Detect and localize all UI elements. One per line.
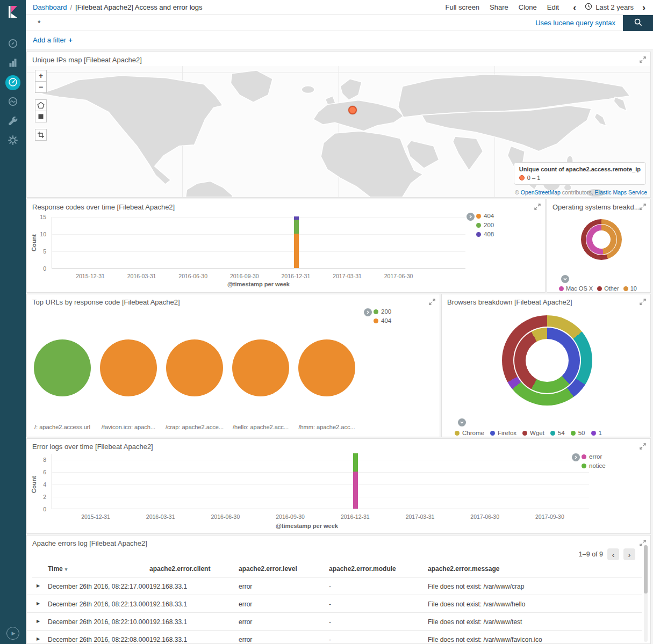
- legend-item-notice[interactable]: notice: [582, 462, 606, 469]
- pie-slice-404[interactable]: [232, 339, 289, 396]
- legend-label: Mac OS X: [566, 285, 593, 292]
- draw-rectangle-button[interactable]: [35, 111, 47, 122]
- time-picker[interactable]: Last 2 years: [585, 3, 634, 12]
- legend-toggle-icon[interactable]: [561, 275, 569, 283]
- pie-slice-404[interactable]: [100, 339, 157, 396]
- bar-segment-notice[interactable]: [353, 453, 358, 472]
- legend-item-Chrome[interactable]: Chrome: [455, 430, 484, 436]
- row-expand-icon[interactable]: ▶: [37, 601, 40, 606]
- y-axis: 151050: [27, 217, 49, 269]
- sidebar-item-dashboard[interactable]: [5, 75, 20, 90]
- row-expand-icon[interactable]: ▶: [37, 636, 40, 641]
- edit-button[interactable]: Edit: [547, 3, 559, 11]
- legend-item-404[interactable]: 404: [374, 317, 391, 324]
- legend-label: error: [589, 453, 602, 460]
- zoom-in-button[interactable]: +: [35, 70, 47, 82]
- gridline: [52, 460, 589, 460]
- sidebar-item-visualize[interactable]: [5, 56, 20, 71]
- zoom-out-button[interactable]: −: [35, 81, 47, 93]
- expand-panel-icon[interactable]: [640, 540, 646, 546]
- openstreetmap-link[interactable]: OpenStreetMap: [521, 189, 561, 196]
- expand-panel-icon[interactable]: [640, 299, 646, 305]
- legend-swatch: [591, 431, 596, 436]
- legend-item-200[interactable]: 200: [374, 308, 391, 315]
- legend-toggle-icon[interactable]: [467, 213, 475, 221]
- legend-swatch: [597, 286, 602, 291]
- bar-segment-error[interactable]: [353, 472, 358, 509]
- pie-slice-404[interactable]: [298, 339, 355, 396]
- legend-item-10[interactable]: 10: [623, 285, 637, 292]
- legend-item-200[interactable]: 200: [476, 222, 494, 228]
- x-tick-label: 2016-03-31: [146, 513, 175, 520]
- expand-panel-icon[interactable]: [534, 204, 541, 210]
- column-header-apache2.error.level[interactable]: apache2.error.level: [239, 565, 297, 573]
- full-screen-button[interactable]: Full screen: [446, 3, 480, 11]
- prev-page-button[interactable]: ‹: [607, 548, 619, 560]
- next-page-button[interactable]: ›: [623, 548, 635, 560]
- pie-slice-404[interactable]: [166, 339, 223, 396]
- column-header-apache2.error.client[interactable]: apache2.error.client: [149, 565, 210, 573]
- stacked-bar-2016-12-31[interactable]: [353, 453, 358, 509]
- stacked-bar-2016-12-31[interactable]: [294, 216, 299, 268]
- expand-panel-icon[interactable]: [429, 299, 435, 305]
- search-button[interactable]: [623, 15, 653, 31]
- bar-segment-404[interactable]: [294, 234, 299, 268]
- row-expand-icon[interactable]: ▶: [37, 583, 40, 588]
- legend-item-Mac OS X[interactable]: Mac OS X: [559, 285, 593, 292]
- os-donut-chart[interactable]: [581, 219, 622, 260]
- legend-item-error[interactable]: error: [582, 453, 606, 460]
- add-filter-button[interactable]: Add a filter+: [33, 36, 73, 44]
- sidebar-item-dev-tools[interactable]: [5, 114, 20, 129]
- clone-button[interactable]: Clone: [519, 3, 537, 11]
- geo-point-marker[interactable]: [348, 106, 357, 114]
- column-header-apache2.error.message[interactable]: apache2.error.message: [428, 565, 499, 573]
- browsers-donut-chart[interactable]: [502, 315, 592, 406]
- map-canvas[interactable]: + −: [27, 66, 650, 197]
- search-query-input[interactable]: [26, 15, 535, 31]
- fit-data-bounds-button[interactable]: [35, 129, 47, 141]
- sidebar-item-discover[interactable]: [5, 37, 20, 52]
- time-prev-icon[interactable]: ‹: [573, 3, 576, 12]
- scrollbar-thumb[interactable]: [644, 545, 648, 594]
- draw-polygon-button[interactable]: [35, 99, 47, 111]
- bar-segment-200[interactable]: [294, 220, 299, 234]
- expand-panel-icon[interactable]: [640, 204, 646, 210]
- legend-item-Wget[interactable]: Wget: [522, 430, 544, 436]
- elastic-maps-service-link[interactable]: Elastic Maps Service: [595, 189, 647, 196]
- bar-chart-plot: [52, 454, 589, 509]
- share-button[interactable]: Share: [490, 3, 508, 11]
- legend-item-1[interactable]: 1: [591, 430, 602, 436]
- column-header-apache2.error.module[interactable]: apache2.error.module: [329, 565, 396, 573]
- legend-toggle-icon[interactable]: [572, 453, 580, 461]
- column-header-Time[interactable]: Time▾: [48, 565, 67, 573]
- legend-item-408[interactable]: 408: [476, 231, 494, 237]
- legend-toggle-icon[interactable]: [458, 418, 466, 426]
- scrollbar-track[interactable]: [644, 545, 648, 642]
- sidebar-item-management[interactable]: [5, 133, 20, 148]
- legend-item-54[interactable]: 54: [550, 430, 565, 436]
- chevron-right-icon: ›: [628, 550, 631, 559]
- legend-item-50[interactable]: 50: [571, 430, 585, 436]
- expand-panel-icon[interactable]: [640, 56, 646, 63]
- breadcrumb-dashboard[interactable]: Dashboard: [33, 3, 67, 11]
- sidebar-item-timelion[interactable]: [5, 95, 20, 110]
- row-expand-icon[interactable]: ▶: [37, 619, 40, 624]
- legend-label: Chrome: [462, 430, 484, 436]
- sidebar-collapse-button[interactable]: ▶: [6, 627, 19, 640]
- contributors-text: contributors,: [562, 189, 593, 196]
- table-row: ▶December 26th 2016, 08:22:08.000192.168…: [27, 631, 642, 644]
- kibana-logo[interactable]: [5, 4, 20, 19]
- legend-item-Other[interactable]: Other: [597, 285, 619, 292]
- lucene-syntax-link[interactable]: Uses lucene query syntax: [535, 19, 615, 27]
- legend-toggle-icon[interactable]: [364, 308, 372, 316]
- table-row: ▶December 26th 2016, 08:22:13.000192.168…: [27, 595, 642, 613]
- y-tick-label: 8: [43, 457, 46, 463]
- sidebar: ▶: [0, 0, 26, 644]
- legend-item-Firefox[interactable]: Firefox: [490, 430, 516, 436]
- dashboard-gauge-icon: [8, 77, 18, 89]
- pie-slice-200[interactable]: [34, 339, 91, 396]
- time-next-icon[interactable]: ›: [642, 3, 645, 12]
- x-tick-label: 2016-03-31: [127, 273, 156, 279]
- expand-panel-icon[interactable]: [640, 443, 646, 450]
- legend-item-404[interactable]: 404: [476, 213, 494, 219]
